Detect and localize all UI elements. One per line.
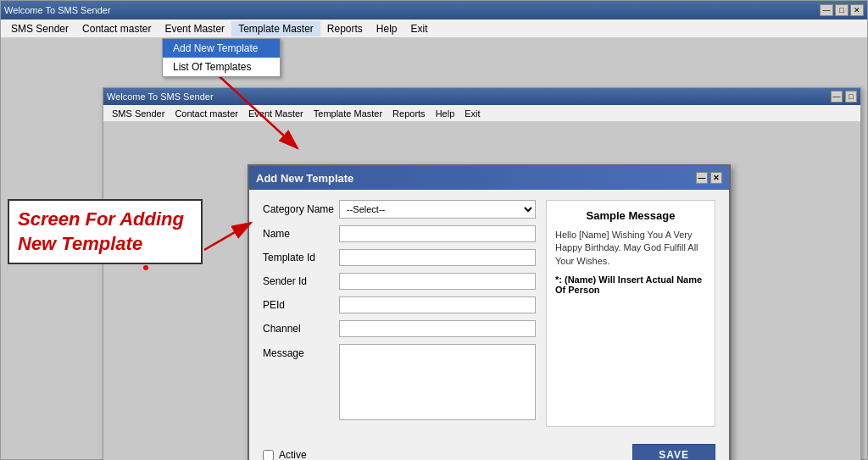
message-label: Message — [263, 344, 339, 359]
template-id-input[interactable] — [339, 249, 536, 266]
inner-menu-template-master[interactable]: Template Master — [309, 107, 387, 120]
dropdown-add-new-template[interactable]: Add New Template — [163, 39, 280, 58]
inner-menu-reports[interactable]: Reports — [387, 107, 431, 120]
dialog-controls: — ✕ — [696, 172, 722, 184]
inner-title-bar: Welcome To SMS Sender — □ — [103, 88, 860, 105]
category-name-label: Category Name — [263, 203, 339, 215]
inner-maximize-btn[interactable]: □ — [845, 91, 857, 103]
annotation-text: Screen For Adding New Template — [18, 208, 192, 256]
template-id-row: Template Id — [263, 249, 536, 266]
outer-close-btn[interactable]: ✕ — [850, 4, 864, 16]
active-checkbox[interactable] — [263, 450, 274, 461]
name-row: Name — [263, 225, 536, 242]
dialog-minimize-btn[interactable]: — — [696, 172, 708, 184]
annotation-box: Screen For Adding New Template — [8, 199, 203, 264]
outer-menu-bar: SMS Sender Contact master Event Master T… — [1, 19, 867, 38]
sender-id-label: Sender Id — [263, 275, 339, 287]
inner-window: Welcome To SMS Sender — □ SMS Sender Con… — [103, 87, 861, 460]
dialog-close-btn[interactable]: ✕ — [710, 172, 722, 184]
dialog-form: Category Name --Select-- Name Templat — [263, 200, 536, 427]
outer-win-controls: — □ ✕ — [820, 4, 864, 16]
inner-menu-help[interactable]: Help — [431, 107, 460, 120]
message-row: Message — [263, 344, 536, 420]
menu-exit[interactable]: Exit — [404, 21, 435, 36]
template-dropdown-menu: Add New Template List Of Templates — [162, 38, 281, 77]
menu-event-master[interactable]: Event Master — [158, 21, 231, 36]
outer-content-area: Welcome To SMS Sender — □ SMS Sender Con… — [1, 38, 867, 459]
peid-label: PEId — [263, 299, 339, 311]
channel-row: Channel — [263, 320, 536, 337]
dropdown-list-of-templates[interactable]: List Of Templates — [163, 58, 280, 76]
dialog-title-bar: Add New Template — ✕ — [249, 166, 729, 190]
category-name-select[interactable]: --Select-- — [339, 200, 536, 219]
menu-reports[interactable]: Reports — [320, 21, 370, 36]
sender-id-input[interactable] — [339, 273, 536, 290]
menu-contact-master[interactable]: Contact master — [75, 21, 158, 36]
inner-content-area: Add New Template — ✕ Category Name --Sel… — [103, 122, 860, 460]
name-input[interactable] — [339, 225, 536, 242]
inner-menu-contact-master[interactable]: Contact master — [170, 107, 243, 120]
name-label: Name — [263, 228, 339, 240]
dialog-body: Category Name --Select-- Name Templat — [249, 190, 729, 437]
inner-window-title: Welcome To SMS Sender — [107, 91, 214, 102]
outer-window: Welcome To SMS Sender — □ ✕ SMS Sender C… — [0, 0, 868, 460]
inner-menu-bar: SMS Sender Contact master Event Master T… — [103, 105, 860, 122]
inner-menu-exit[interactable]: Exit — [459, 107, 485, 120]
template-id-label: Template Id — [263, 252, 339, 263]
dialog-title: Add New Template — [256, 172, 353, 185]
outer-window-title: Welcome To SMS Sender — [4, 5, 111, 15]
sample-message-title: Sample Message — [555, 209, 706, 222]
sample-message-panel: Sample Message Hello [Name] Wishing You … — [546, 200, 715, 427]
save-button[interactable]: SAVE — [632, 444, 715, 460]
menu-help[interactable]: Help — [370, 21, 404, 36]
red-dot-indicator — [143, 265, 148, 270]
outer-title-bar: Welcome To SMS Sender — □ ✕ — [1, 1, 867, 19]
inner-menu-event-master[interactable]: Event Master — [243, 107, 309, 120]
peid-row: PEId — [263, 297, 536, 313]
sample-message-note: *: (Name) Will Insert Actual Name Of Per… — [555, 274, 706, 295]
message-textarea[interactable] — [339, 344, 536, 420]
outer-minimize-btn[interactable]: — — [820, 4, 833, 16]
add-template-dialog: Add New Template — ✕ Category Name --Sel… — [248, 164, 731, 460]
active-checkbox-row: Active — [263, 449, 307, 460]
menu-template-master[interactable]: Template Master — [231, 21, 320, 36]
outer-title-text: Welcome To SMS Sender — [4, 5, 111, 15]
category-name-row: Category Name --Select-- — [263, 200, 536, 219]
peid-input[interactable] — [339, 297, 536, 313]
sender-id-row: Sender Id — [263, 273, 536, 290]
inner-menu-sms-sender[interactable]: SMS Sender — [107, 107, 170, 120]
active-label: Active — [279, 449, 307, 460]
dialog-footer: Active SAVE — [249, 437, 729, 460]
outer-maximize-btn[interactable]: □ — [835, 4, 849, 16]
menu-sms-sender[interactable]: SMS Sender — [4, 21, 75, 36]
inner-minimize-btn[interactable]: — — [831, 91, 843, 103]
channel-input[interactable] — [339, 320, 536, 337]
channel-label: Channel — [263, 323, 339, 335]
inner-win-controls: — □ — [831, 91, 857, 103]
sample-message-text: Hello [Name] Wishing You A Very Happy Bi… — [555, 229, 706, 268]
